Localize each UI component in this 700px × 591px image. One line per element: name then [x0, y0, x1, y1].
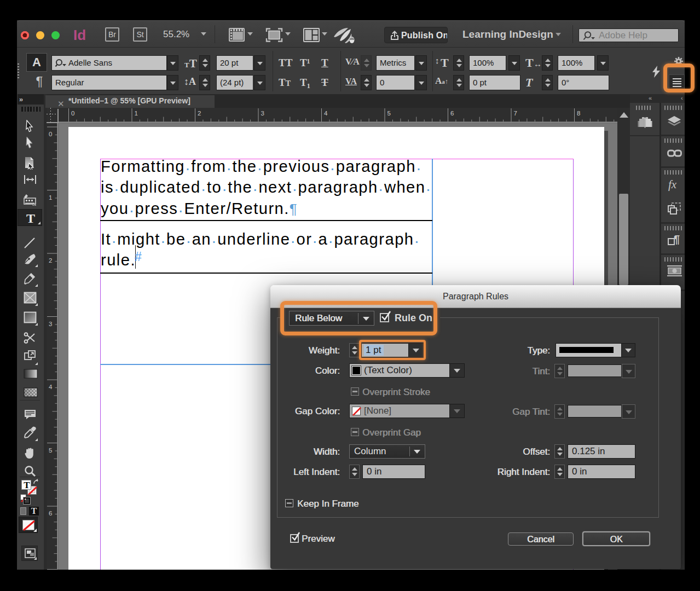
svg-text:3: 3	[261, 110, 264, 117]
svg-text:1: 1	[135, 110, 138, 117]
svg-text:6: 6	[49, 510, 52, 517]
svg-text:T: T	[26, 212, 35, 225]
svg-text:7: 7	[514, 110, 517, 117]
svg-text:6: 6	[450, 110, 454, 117]
svg-text:4: 4	[49, 384, 53, 390]
svg-text:0: 0	[71, 110, 74, 117]
svg-text:5: 5	[49, 447, 52, 454]
svg-text:1: 1	[49, 194, 52, 201]
svg-text:0: 0	[49, 131, 52, 137]
svg-text:2: 2	[198, 110, 201, 117]
svg-text:3: 3	[49, 321, 52, 327]
svg-text:2: 2	[49, 257, 52, 264]
svg-text:8: 8	[577, 110, 580, 117]
svg-text:4: 4	[324, 110, 328, 117]
svg-text:5: 5	[387, 110, 391, 117]
